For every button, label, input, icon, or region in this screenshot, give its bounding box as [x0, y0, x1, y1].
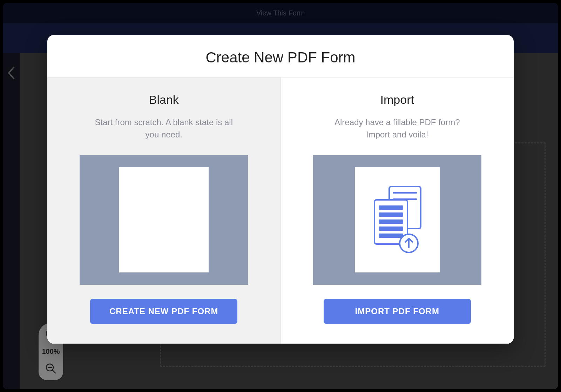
- svg-rect-11: [379, 205, 403, 210]
- create-pdf-modal: Create New PDF Form Blank Start from scr…: [47, 35, 514, 344]
- svg-rect-14: [379, 227, 403, 231]
- import-form-preview: [313, 155, 481, 285]
- modal-header: Create New PDF Form: [47, 35, 514, 77]
- modal-title: Create New PDF Form: [54, 49, 507, 66]
- option-import: Import Already have a fillable PDF form?…: [281, 77, 514, 344]
- svg-rect-12: [379, 212, 403, 217]
- modal-body: Blank Start from scratch. A blank state …: [47, 77, 514, 344]
- option-blank: Blank Start from scratch. A blank state …: [47, 77, 281, 344]
- import-pdf-button[interactable]: IMPORT PDF FORM: [324, 299, 471, 324]
- option-blank-title: Blank: [149, 93, 179, 107]
- option-blank-description: Start from scratch. A blank state is all…: [88, 116, 239, 141]
- blank-page-preview: [80, 155, 248, 285]
- blank-page-icon: [119, 167, 209, 272]
- create-new-pdf-button[interactable]: CREATE NEW PDF FORM: [90, 299, 237, 324]
- option-import-description: Already have a fillable PDF form? Import…: [322, 116, 473, 141]
- svg-rect-15: [379, 234, 403, 238]
- svg-rect-13: [379, 219, 403, 224]
- upload-form-icon: [355, 167, 440, 272]
- option-import-title: Import: [380, 93, 414, 107]
